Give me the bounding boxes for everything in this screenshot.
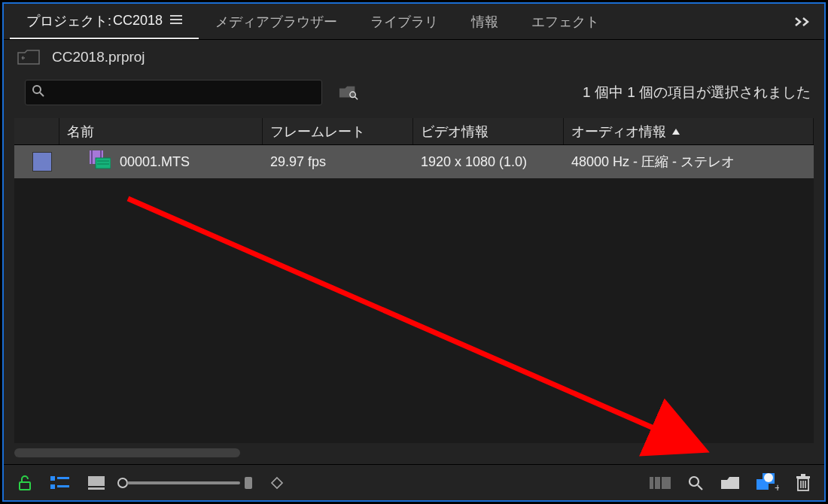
column-audio-info-label: オーディオ情報 bbox=[571, 123, 666, 141]
svg-rect-21 bbox=[655, 477, 660, 489]
panel-tabs: プロジェクト: CC2018 メディアブラウザー ライブラリ 情報 エフェクト bbox=[4, 4, 824, 40]
svg-rect-18 bbox=[88, 476, 105, 486]
project-header: CC2018.prproj bbox=[4, 40, 824, 74]
svg-point-27 bbox=[764, 473, 773, 482]
folder-up-icon[interactable] bbox=[17, 49, 40, 65]
tab-project-prefix: プロジェクト: bbox=[26, 12, 111, 30]
svg-rect-33 bbox=[796, 476, 810, 478]
svg-rect-10 bbox=[96, 158, 111, 169]
column-audio-info[interactable]: オーディオ情報 bbox=[564, 118, 814, 144]
cell-video-info: 1920 x 1080 (1.0) bbox=[421, 154, 527, 170]
cell-framerate: 29.97 fps bbox=[270, 154, 326, 170]
search-icon bbox=[32, 84, 45, 102]
tab-library[interactable]: ライブラリ bbox=[354, 4, 455, 39]
cell-name: 00001.MTS bbox=[120, 154, 190, 170]
row-selection-box[interactable] bbox=[32, 152, 52, 172]
zoom-slider[interactable] bbox=[123, 477, 252, 489]
svg-rect-8 bbox=[91, 150, 93, 164]
svg-line-24 bbox=[698, 485, 702, 490]
zoom-max-icon bbox=[245, 477, 252, 489]
sort-asc-icon bbox=[671, 127, 681, 136]
table-header: 名前 フレームレート ビデオ情報 オーディオ情報 bbox=[14, 118, 814, 145]
new-bin-icon[interactable] bbox=[720, 475, 740, 490]
svg-point-3 bbox=[33, 86, 41, 93]
new-item-icon[interactable]: + bbox=[756, 473, 779, 493]
tab-effects[interactable]: エフェクト bbox=[515, 4, 616, 39]
project-table: 名前 フレームレート ビデオ情報 オーディオ情報 bbox=[14, 118, 814, 443]
svg-rect-22 bbox=[662, 477, 671, 489]
tab-info[interactable]: 情報 bbox=[455, 4, 515, 39]
column-select[interactable] bbox=[14, 118, 59, 144]
sort-icon[interactable] bbox=[270, 476, 284, 490]
panel-footer: + bbox=[4, 464, 824, 500]
svg-rect-1 bbox=[170, 19, 182, 20]
column-video-info-label: ビデオ情報 bbox=[421, 123, 489, 141]
column-framerate-label: フレームレート bbox=[270, 123, 365, 141]
auto-sequence-icon[interactable] bbox=[650, 475, 671, 490]
svg-rect-2 bbox=[170, 23, 182, 24]
zoom-track[interactable] bbox=[127, 481, 240, 484]
panel-menu-icon[interactable] bbox=[170, 13, 182, 29]
column-name-label: 名前 bbox=[67, 123, 94, 141]
tab-media-browser-label: メディアブラウザー bbox=[215, 13, 337, 31]
tab-effects-label: エフェクト bbox=[531, 13, 599, 31]
tab-library-label: ライブラリ bbox=[370, 13, 438, 31]
project-filename: CC2018.prproj bbox=[52, 49, 145, 65]
svg-text:+: + bbox=[775, 481, 779, 493]
column-framerate[interactable]: フレームレート bbox=[263, 118, 413, 144]
svg-rect-15 bbox=[57, 477, 69, 479]
column-video-info[interactable]: ビデオ情報 bbox=[413, 118, 564, 144]
svg-rect-14 bbox=[50, 476, 55, 481]
svg-rect-13 bbox=[20, 482, 30, 490]
svg-rect-0 bbox=[170, 15, 182, 17]
icon-view-icon[interactable] bbox=[88, 476, 105, 490]
lock-icon[interactable] bbox=[17, 475, 32, 491]
svg-rect-17 bbox=[57, 485, 69, 487]
horizontal-scrollbar[interactable] bbox=[14, 448, 814, 458]
selection-status: 1 個中 1 個の項目が選択されました bbox=[583, 83, 811, 102]
cell-audio-info: 48000 Hz - 圧縮 - ステレオ bbox=[571, 153, 735, 171]
svg-rect-19 bbox=[88, 487, 105, 490]
search-input[interactable] bbox=[45, 86, 315, 99]
search-box[interactable] bbox=[25, 80, 322, 105]
zoom-knob[interactable] bbox=[117, 478, 128, 488]
svg-point-23 bbox=[689, 477, 699, 486]
trash-icon[interactable] bbox=[796, 474, 811, 492]
svg-line-4 bbox=[40, 93, 44, 96]
list-view-icon[interactable] bbox=[50, 475, 70, 490]
svg-rect-34 bbox=[801, 474, 805, 476]
find-icon[interactable] bbox=[687, 475, 704, 491]
scrollbar-thumb[interactable] bbox=[14, 448, 240, 457]
svg-line-6 bbox=[355, 97, 358, 100]
table-row[interactable]: 00001.MTS 29.97 fps 1920 x 1080 (1.0) 48… bbox=[14, 145, 814, 178]
tab-info-label: 情報 bbox=[471, 13, 498, 31]
tabs-overflow-icon[interactable] bbox=[787, 12, 818, 32]
search-row: 1 個中 1 個の項目が選択されました bbox=[4, 74, 824, 111]
tab-project[interactable]: プロジェクト: CC2018 bbox=[10, 4, 199, 39]
tab-media-browser[interactable]: メディアブラウザー bbox=[199, 4, 354, 39]
column-name[interactable]: 名前 bbox=[59, 118, 263, 144]
video-clip-icon bbox=[90, 150, 111, 174]
svg-rect-20 bbox=[650, 477, 653, 489]
tab-project-name: CC2018 bbox=[113, 13, 163, 29]
find-in-bin-icon[interactable] bbox=[339, 84, 358, 101]
svg-rect-16 bbox=[50, 484, 55, 489]
